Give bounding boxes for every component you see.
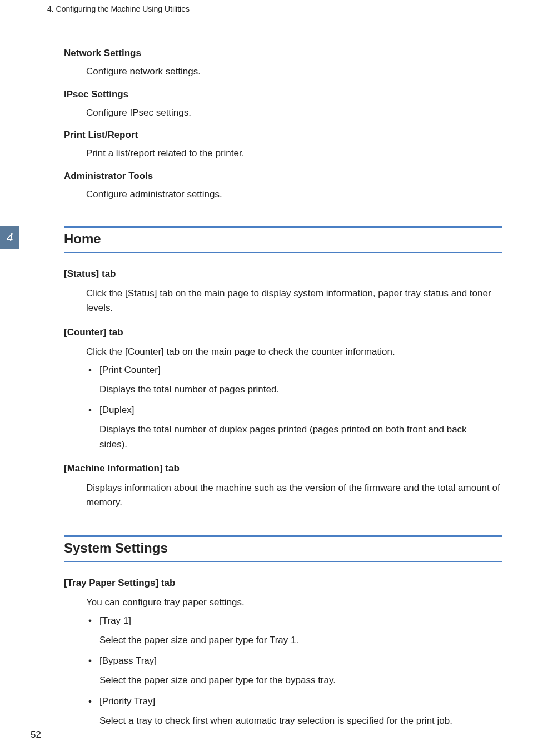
bullet-icon: •: [86, 655, 99, 667]
sub-desc: Click the [Status] tab on the main page …: [86, 286, 502, 316]
subsection-status-tab: [Status] tab Click the [Status] tab on t…: [64, 268, 502, 316]
rule-top: [64, 226, 502, 228]
sub-title: [Tray Paper Settings] tab: [64, 578, 502, 589]
sub-desc: Displays information about the machine s…: [86, 481, 502, 510]
bullet-item: • [Tray 1] Select the paper size and pap…: [86, 615, 502, 648]
section-heading-system-settings: System Settings: [64, 535, 502, 562]
bullet-list: • [Tray 1] Select the paper size and pap…: [86, 615, 502, 728]
section-ipsec-settings: IPsec Settings Configure IPsec settings.: [64, 89, 502, 120]
chapter-number: 4: [7, 231, 13, 244]
page-content: Network Settings Configure network setti…: [0, 17, 533, 728]
bullet-desc: Select the paper size and paper type for…: [99, 633, 502, 648]
rule-bottom: [64, 561, 502, 562]
bullet-icon: •: [86, 615, 99, 626]
heading-text: Home: [64, 229, 502, 249]
subsection-counter-tab: [Counter] tab Click the [Counter] tab on…: [64, 327, 502, 452]
bullet-list: • [Print Counter] Displays the total num…: [86, 365, 502, 452]
bullet-line: • [Print Counter]: [86, 365, 502, 376]
sub-title: [Status] tab: [64, 268, 502, 280]
section-title: Administrator Tools: [64, 171, 502, 182]
sub-desc: Click the [Counter] tab on the main page…: [86, 345, 502, 359]
section-title: Print List/Report: [64, 130, 502, 141]
bullet-label: [Bypass Tray]: [99, 655, 502, 667]
page-number: 52: [31, 729, 41, 740]
section-administrator-tools: Administrator Tools Configure administra…: [64, 171, 502, 202]
bullet-line: • [Bypass Tray]: [86, 655, 502, 667]
section-title: IPsec Settings: [64, 89, 502, 100]
heading-text: System Settings: [64, 538, 502, 558]
section-desc: Print a list/report related to the print…: [86, 146, 502, 161]
section-title: Network Settings: [64, 48, 502, 59]
bullet-line: • [Priority Tray]: [86, 696, 502, 707]
bullet-icon: •: [86, 405, 99, 416]
bullet-label: [Tray 1]: [99, 615, 502, 626]
bullet-label: [Priority Tray]: [99, 696, 502, 707]
bullet-icon: •: [86, 696, 99, 707]
section-heading-home: Home: [64, 226, 502, 253]
bullet-desc: Displays the total number of duplex page…: [99, 422, 502, 452]
section-network-settings: Network Settings Configure network setti…: [64, 48, 502, 79]
bullet-icon: •: [86, 365, 99, 376]
bullet-desc: Select the paper size and paper type for…: [99, 673, 502, 688]
rule-bottom: [64, 252, 502, 253]
bullet-item: • [Print Counter] Displays the total num…: [86, 365, 502, 397]
bullet-item: • [Bypass Tray] Select the paper size an…: [86, 655, 502, 688]
bullet-label: [Duplex]: [99, 405, 502, 416]
section-desc: Configure IPsec settings.: [86, 106, 502, 120]
subsection-tray-paper-settings-tab: [Tray Paper Settings] tab You can config…: [64, 578, 502, 728]
section-desc: Configure network settings.: [86, 64, 502, 79]
subsection-machine-info-tab: [Machine Information] tab Displays infor…: [64, 463, 502, 510]
bullet-line: • [Tray 1]: [86, 615, 502, 626]
page-header: 4. Configuring the Machine Using Utiliti…: [0, 0, 533, 17]
bullet-item: • [Duplex] Displays the total number of …: [86, 405, 502, 452]
section-print-list-report: Print List/Report Print a list/report re…: [64, 130, 502, 161]
section-desc: Configure administrator settings.: [86, 187, 502, 202]
sub-desc: You can configure tray paper settings.: [86, 595, 502, 610]
bullet-label: [Print Counter]: [99, 365, 502, 376]
chapter-tab: 4: [0, 226, 19, 249]
sub-title: [Counter] tab: [64, 327, 502, 338]
bullet-item: • [Priority Tray] Select a tray to check…: [86, 696, 502, 728]
header-text: 4. Configuring the Machine Using Utiliti…: [47, 4, 190, 13]
sub-title: [Machine Information] tab: [64, 463, 502, 474]
bullet-desc: Select a tray to check first when automa…: [99, 714, 502, 728]
bullet-desc: Displays the total number of pages print…: [99, 382, 502, 397]
bullet-line: • [Duplex]: [86, 405, 502, 416]
rule-top: [64, 535, 502, 537]
